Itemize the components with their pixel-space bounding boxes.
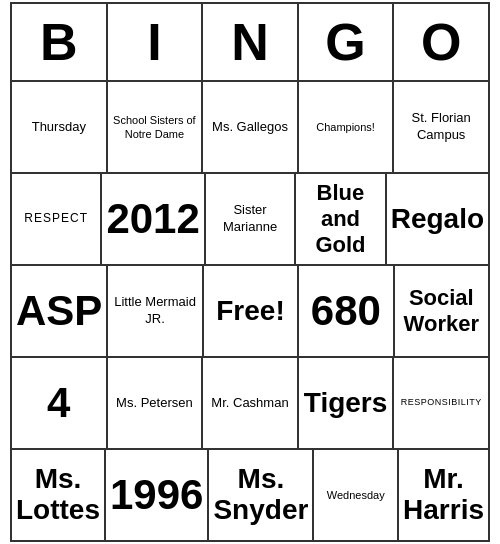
bingo-row: Ms. Lottes1996Ms. SnyderWednesdayMr. Har…: [12, 450, 488, 540]
bingo-cell: School Sisters of Notre Dame: [108, 82, 204, 172]
bingo-cell: 2012: [102, 174, 205, 264]
bingo-cell: St. Florian Campus: [394, 82, 488, 172]
bingo-cell: Mr. Harris: [399, 450, 488, 540]
bingo-cell: 680: [299, 266, 394, 356]
cell-content: 2012: [106, 195, 199, 243]
cell-content: Free!: [216, 295, 284, 327]
bingo-cell: Ms. Snyder: [209, 450, 314, 540]
header-letter: B: [12, 4, 108, 80]
cell-content: Champions!: [316, 120, 375, 134]
bingo-card: BINGO ThursdaySchool Sisters of Notre Da…: [10, 2, 490, 542]
header-letter: G: [299, 4, 395, 80]
bingo-cell: Tigers: [299, 358, 395, 448]
cell-content: School Sisters of Notre Dame: [112, 113, 198, 142]
cell-content: Ms. Gallegos: [212, 119, 288, 136]
cell-content: Blue and Gold: [300, 180, 380, 258]
cell-content: Wednesday: [327, 488, 385, 502]
cell-content: Ms. Snyder: [213, 464, 308, 526]
cell-content: St. Florian Campus: [398, 110, 484, 144]
bingo-cell: 1996: [106, 450, 209, 540]
bingo-cell: RESPONSIBILITY: [394, 358, 488, 448]
bingo-cell: Social Worker: [395, 266, 488, 356]
cell-content: Mr. Harris: [403, 464, 484, 526]
bingo-cell: Sister Marianne: [206, 174, 296, 264]
header-letter: O: [394, 4, 488, 80]
cell-content: RESPECT: [24, 211, 88, 227]
cell-content: Social Worker: [399, 285, 484, 337]
bingo-cell: Wednesday: [314, 450, 399, 540]
bingo-cell: Free!: [204, 266, 299, 356]
bingo-grid: ThursdaySchool Sisters of Notre DameMs. …: [12, 82, 488, 540]
cell-content: ASP: [16, 287, 102, 335]
cell-content: Ms. Lottes: [16, 464, 100, 526]
cell-content: Little Mermaid JR.: [112, 294, 197, 328]
cell-content: Thursday: [32, 119, 86, 136]
bingo-cell: Blue and Gold: [296, 174, 386, 264]
cell-content: Sister Marianne: [210, 202, 290, 236]
cell-content: Ms. Petersen: [116, 395, 193, 412]
bingo-cell: Ms. Lottes: [12, 450, 106, 540]
bingo-row: ASPLittle Mermaid JR.Free!680Social Work…: [12, 266, 488, 358]
header-letter: I: [108, 4, 204, 80]
bingo-cell: Thursday: [12, 82, 108, 172]
bingo-cell: Regalo: [387, 174, 488, 264]
header-letter: N: [203, 4, 299, 80]
cell-content: 1996: [110, 471, 203, 519]
cell-content: Regalo: [391, 204, 484, 235]
bingo-cell: ASP: [12, 266, 108, 356]
bingo-cell: Little Mermaid JR.: [108, 266, 203, 356]
bingo-cell: Mr. Cashman: [203, 358, 299, 448]
bingo-cell: RESPECT: [12, 174, 102, 264]
bingo-cell: Ms. Gallegos: [203, 82, 299, 172]
bingo-header: BINGO: [12, 4, 488, 82]
cell-content: Mr. Cashman: [211, 395, 288, 412]
cell-content: Tigers: [304, 388, 388, 419]
bingo-cell: Champions!: [299, 82, 395, 172]
bingo-row: ThursdaySchool Sisters of Notre DameMs. …: [12, 82, 488, 174]
bingo-row: RESPECT2012Sister MarianneBlue and GoldR…: [12, 174, 488, 266]
bingo-cell: Ms. Petersen: [108, 358, 204, 448]
cell-content: 4: [47, 379, 70, 427]
cell-content: 680: [311, 287, 381, 335]
cell-content: RESPONSIBILITY: [401, 397, 482, 409]
bingo-row: 4Ms. PetersenMr. CashmanTigersRESPONSIBI…: [12, 358, 488, 450]
bingo-cell: 4: [12, 358, 108, 448]
